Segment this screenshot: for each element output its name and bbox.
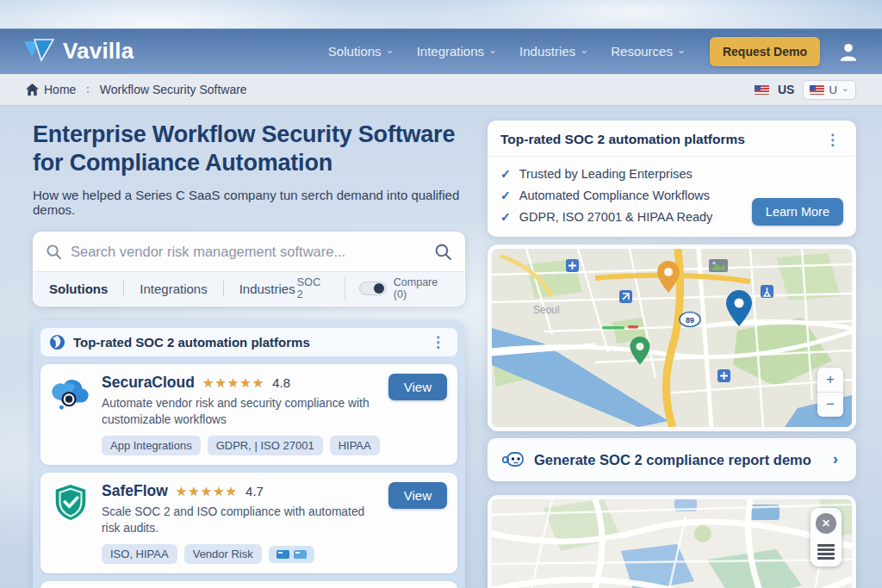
toggle-knob bbox=[374, 283, 384, 294]
stars-filled: ★★★★★ bbox=[202, 376, 264, 389]
breadcrumb-home-link[interactable]: Home bbox=[26, 83, 76, 96]
right-column: Top-rated SOC 2 automation platforms ⋮ ✓… bbox=[488, 121, 856, 588]
map-city-label: Seoul bbox=[533, 304, 560, 316]
vendor-row-trustguard: TrustGuard ★★★★★ ★★★★★ 4.6 Streamline yo… bbox=[40, 581, 457, 588]
feature-icons-pill bbox=[269, 546, 314, 563]
chevron-right-icon: › bbox=[833, 449, 838, 468]
star-rating: ★★★★★ ★★★★★ bbox=[202, 376, 264, 389]
vendor-actions: View bbox=[388, 482, 447, 564]
rating-value: 4.7 bbox=[245, 484, 264, 498]
kebab-menu-icon[interactable]: ⋮ bbox=[427, 335, 449, 350]
search-icon bbox=[46, 244, 62, 260]
kebab-menu-icon[interactable]: ⋮ bbox=[822, 133, 843, 147]
locale-short-label: U bbox=[829, 84, 836, 96]
nav-item-label: Industries bbox=[519, 44, 575, 59]
road-shield-number: 89 bbox=[686, 316, 694, 325]
vendor-actions: View bbox=[388, 374, 447, 455]
toggle-switch[interactable] bbox=[359, 282, 387, 295]
tag-pill[interactable]: Vendor Risk bbox=[184, 544, 262, 564]
soc2-filter-label: SOC 2 bbox=[297, 276, 329, 300]
road-shield: 89 bbox=[680, 313, 700, 327]
tab-solutions[interactable]: Solutions bbox=[47, 282, 109, 296]
check-icon: ✓ bbox=[500, 189, 511, 202]
promo-card: Top-rated SOC 2 automation platforms ⋮ ✓… bbox=[488, 121, 856, 237]
home-icon bbox=[26, 84, 39, 96]
map-zoom-control: + − bbox=[817, 368, 843, 417]
page-subtitle: How we helped a Series C SaaS company tu… bbox=[33, 188, 465, 217]
tag-pill[interactable]: GDPR, | ISO 27001 bbox=[208, 436, 323, 455]
check-icon: ✓ bbox=[500, 167, 511, 181]
vendor-name: SafeFlow bbox=[102, 482, 168, 500]
tab-divider bbox=[223, 281, 224, 296]
vendor-name: SecuraCloud bbox=[102, 374, 195, 392]
check-icon: ✓ bbox=[500, 210, 511, 224]
vendor-description: Scale SOC 2 and ISO compliance with auto… bbox=[102, 504, 377, 536]
locale-area: US U ⌄ bbox=[755, 80, 856, 100]
page-title: Enterprise Workflow Security Software fo… bbox=[33, 121, 465, 178]
nav-item-label: Integrations bbox=[417, 44, 484, 59]
vendor-row-securacloud: SecuraCloud ★★★★★ ★★★★★ 4.8 Automate ven… bbox=[40, 364, 457, 465]
brand-name: Vavilla bbox=[63, 38, 134, 65]
search-card: Solutions Integrations Industries SOC 2 … bbox=[33, 232, 465, 306]
promo-bullet-text: GDPR, ISO 27001 & HIPAA Ready bbox=[519, 210, 713, 224]
map-widget[interactable]: Seoul 89 bbox=[488, 244, 856, 431]
nav-item-industries[interactable]: Industries ⌄ bbox=[519, 44, 588, 59]
tab-divider bbox=[123, 281, 124, 296]
tab-integrations[interactable]: Integrations bbox=[138, 282, 208, 296]
view-button[interactable]: View bbox=[388, 482, 447, 509]
city-map: Seoul 89 bbox=[492, 249, 852, 427]
layers-menu-icon[interactable] bbox=[817, 542, 835, 561]
breadcrumb-separator: ∶ bbox=[86, 84, 89, 96]
rating-value: 4.8 bbox=[272, 375, 290, 390]
compare-label: Compare (0) bbox=[394, 276, 450, 300]
promo-bullet-text: Trusted by Leading Enterprises bbox=[519, 167, 693, 181]
chevron-down-icon: ⌄ bbox=[842, 83, 849, 94]
breadcrumb: Home ∶ Workflow Security Software US U ⌄ bbox=[0, 74, 882, 106]
nav-item-solutions[interactable]: Solutions ⌄ bbox=[328, 44, 394, 59]
search-tabs: Solutions Integrations Industries SOC 2 … bbox=[34, 271, 464, 306]
results-header: Top-rated SOC 2 automation platforms ⋮ bbox=[40, 328, 457, 356]
brand-logo[interactable]: Vavilla bbox=[22, 38, 134, 65]
vendor-description: Automate vendor risk and security compli… bbox=[102, 396, 377, 428]
zoom-in-button[interactable]: + bbox=[817, 368, 843, 392]
breadcrumb-home-label: Home bbox=[44, 83, 76, 96]
tab-industries[interactable]: Industries bbox=[238, 282, 297, 296]
compare-toggle[interactable]: Compare (0) bbox=[345, 276, 450, 300]
map-secondary-controls: ✕ bbox=[811, 508, 842, 566]
breadcrumb-current: Workflow Security Software bbox=[100, 83, 247, 96]
chevron-down-icon: ⌄ bbox=[488, 44, 497, 56]
promo-header: Top-rated SOC 2 automation platforms ⋮ bbox=[488, 121, 855, 157]
generate-report-link[interactable]: Generate SOC 2 compliance report demo › bbox=[488, 438, 856, 481]
locale-code: US bbox=[778, 83, 794, 96]
zoom-out-button[interactable]: − bbox=[817, 393, 843, 417]
tag-pill[interactable]: App Integrations bbox=[102, 436, 201, 455]
close-icon[interactable]: ✕ bbox=[816, 513, 836, 534]
search-input[interactable] bbox=[71, 244, 425, 260]
nav-links: Solutions ⌄ Integrations ⌄ Industries ⌄ … bbox=[328, 44, 686, 59]
nav-item-label: Solutions bbox=[328, 44, 382, 59]
vendor-tags: App Integrations GDPR, | ISO 27001 HIPAA bbox=[102, 436, 377, 455]
main-content: Enterprise Workflow Security Software fo… bbox=[0, 106, 882, 588]
tag-pill[interactable]: HIPAA bbox=[330, 436, 380, 455]
city-map-secondary bbox=[492, 499, 852, 588]
generate-report-label: Generate SOC 2 compliance report demo bbox=[534, 452, 811, 468]
globe-icon bbox=[49, 334, 65, 350]
safeflow-logo bbox=[51, 482, 90, 522]
securacloud-logo bbox=[51, 374, 90, 413]
page: Vavilla Solutions ⌄ Integrations ⌄ Indus… bbox=[0, 0, 882, 588]
vendor-row-safeflow: SafeFlow ★★★★★ ★★★★★ 4.7 Scale SOC 2 and… bbox=[40, 473, 457, 573]
request-demo-button[interactable]: Request Demo bbox=[710, 37, 820, 66]
vendor-info: SafeFlow ★★★★★ ★★★★★ 4.7 Scale SOC 2 and… bbox=[102, 482, 377, 564]
results-panel: Top-rated SOC 2 automation platforms ⋮ bbox=[33, 320, 465, 588]
user-account-icon[interactable] bbox=[837, 40, 860, 63]
view-button[interactable]: View bbox=[388, 374, 447, 400]
nav-item-resources[interactable]: Resources ⌄ bbox=[611, 44, 686, 59]
learn-more-button[interactable]: Learn More bbox=[752, 198, 843, 226]
locale-selector[interactable]: U ⌄ bbox=[803, 80, 856, 100]
nav-item-integrations[interactable]: Integrations ⌄ bbox=[417, 44, 497, 59]
us-flag-icon bbox=[755, 85, 769, 95]
map-widget-secondary[interactable]: ✕ bbox=[488, 495, 856, 588]
tag-pill[interactable]: ISO, HIPAA bbox=[102, 544, 177, 564]
search-submit-icon[interactable] bbox=[434, 243, 452, 261]
folder-icon bbox=[276, 550, 289, 559]
